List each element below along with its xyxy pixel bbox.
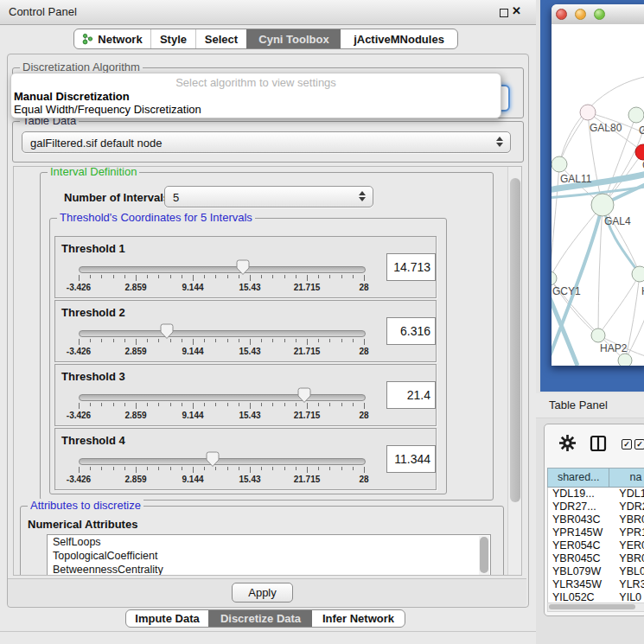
table-row[interactable]: YPR145WYPR1 (548, 526, 644, 539)
table-cell[interactable]: YIL052C (548, 591, 610, 603)
algorithm-popup-hint: Select algorithm to view settings (11, 76, 501, 89)
toolbox-tab-bar: NetworkStyleSelectCyni ToolboxjActiveMNo… (73, 29, 458, 49)
table-cell[interactable]: YER054C (548, 539, 610, 552)
split-table-icon[interactable] (590, 435, 607, 452)
table-cell[interactable]: YLR3 (610, 578, 644, 591)
tick-label: 28 (359, 411, 368, 420)
zoom-traffic-light-icon[interactable] (594, 9, 605, 20)
tick-label: 9.144 (182, 411, 203, 420)
attributes-group: Attributes to discretize Numerical Attri… (20, 506, 504, 576)
network-node[interactable] (552, 156, 567, 172)
panel-bottom-edge (0, 631, 536, 632)
node-table: shared... na YDL19...YDL1YDR27...YDR2YBR… (547, 468, 644, 603)
tick-label: 9.144 (182, 283, 203, 292)
attribute-item[interactable]: BetweennessCentrality (48, 563, 490, 576)
network-node[interactable] (552, 271, 557, 285)
network-node[interactable] (618, 354, 632, 366)
tab-network[interactable]: Network (74, 29, 150, 48)
tab-cyni-toolbox[interactable]: Cyni Toolbox (246, 29, 341, 48)
threshold-value-field[interactable]: 6.316 (386, 317, 436, 345)
tab-style[interactable]: Style (150, 29, 195, 48)
column-header-shared-name[interactable]: shared... (548, 469, 609, 487)
table-data-combobox[interactable]: galFiltered.sif default node (22, 131, 511, 153)
table-data-selected-value: galFiltered.sif default node (30, 137, 162, 150)
threshold-panel: Threshold 1 -3.4262.8599.14415.4321.7152… (54, 236, 437, 298)
close-icon[interactable]: ✕ (512, 4, 521, 17)
gear-icon[interactable] (559, 435, 576, 451)
numerical-attributes-list[interactable]: SelfLoopsTopologicalCoefficientBetweenne… (47, 534, 491, 576)
table-cell[interactable]: YDL19... (548, 488, 610, 501)
network-node-label: GAL4 (604, 215, 631, 227)
network-node[interactable] (628, 107, 644, 123)
tick-label: -3.426 (67, 347, 91, 356)
table-cell[interactable]: YIL0 (610, 591, 644, 603)
minimize-traffic-light-icon[interactable] (575, 9, 586, 20)
table-row[interactable]: YBR045CYBR0 (548, 552, 644, 565)
table-row[interactable]: YER054CYER0 (548, 539, 644, 552)
checkbox-icon[interactable]: ✓ (634, 439, 644, 450)
table-cell[interactable]: YLR345W (548, 578, 610, 591)
tick-label: 9.144 (182, 347, 203, 356)
tick-label: 2.859 (124, 475, 146, 484)
network-node-label: GAL80 (590, 122, 622, 134)
settings-vertical-scrollbar[interactable] (507, 167, 522, 575)
table-cell[interactable]: YBR043C (548, 513, 610, 526)
checkbox-icon[interactable]: ✓ (622, 439, 632, 450)
tab-jactivemnodules[interactable]: jActiveMNodules (341, 29, 457, 48)
threshold-panel: Threshold 4 -3.4262.8599.14415.4321.7152… (54, 428, 437, 490)
attributes-list-scrollbar[interactable] (479, 536, 489, 576)
table-cell[interactable]: YDL1 (610, 488, 644, 501)
tab-infer-network[interactable]: Infer Network (312, 610, 405, 627)
table-cell[interactable]: YBR0 (610, 513, 644, 526)
network-node[interactable] (632, 266, 644, 282)
close-traffic-light-icon[interactable] (556, 9, 567, 20)
network-node[interactable] (580, 105, 596, 120)
table-row[interactable]: YBR043CYBR0 (548, 513, 644, 526)
table-header-row: shared... na (547, 468, 644, 488)
tick-label: 28 (359, 283, 368, 292)
tick-label: -3.426 (67, 475, 91, 484)
table-cell[interactable]: YBL079W (548, 565, 610, 578)
threshold-value-field[interactable]: 21.4 (386, 381, 436, 409)
network-canvas[interactable]: GAL80GACGAL11GAL4HGCY1HAP2 (552, 24, 644, 366)
tick-label: 2.859 (124, 283, 146, 292)
tab-impute-data[interactable]: Impute Data (126, 610, 208, 627)
tab-select[interactable]: Select (195, 29, 246, 48)
table-cell[interactable]: YBL0 (610, 565, 644, 578)
network-node[interactable] (591, 328, 605, 342)
float-window-icon[interactable] (500, 9, 508, 17)
tick-label: 2.859 (124, 347, 146, 356)
combo-spinner-icon (496, 137, 503, 147)
table-cell[interactable]: YPR145W (548, 526, 610, 539)
table-row[interactable]: YLR345WYLR3 (548, 578, 644, 591)
table-horizontal-scrollbar[interactable] (547, 603, 644, 612)
algorithm-option-equal-width-frequency[interactable]: Equal Width/Frequency Discretization (14, 103, 201, 116)
tick-label: 21.715 (294, 411, 321, 420)
tick-label: 15.43 (239, 347, 260, 356)
table-cell[interactable]: YBR0 (610, 552, 644, 565)
table-cell[interactable]: YER0 (610, 539, 644, 552)
threshold-panel: Threshold 2 -3.4262.8599.14415.4321.7152… (54, 300, 437, 362)
network-node-label: GCY1 (552, 285, 581, 297)
threshold-value-field[interactable]: 14.713 (386, 253, 436, 281)
apply-button[interactable]: Apply (232, 583, 293, 603)
table-cell[interactable]: YPR1 (610, 526, 644, 539)
attribute-item[interactable]: TopologicalCoefficient (48, 549, 490, 563)
table-row[interactable]: YBL079WYBL0 (548, 565, 644, 578)
attribute-item[interactable]: SelfLoops (48, 535, 490, 549)
table-cell[interactable]: YDR2 (610, 501, 644, 513)
table-row[interactable]: YDR27...YDR2 (548, 501, 644, 513)
threshold-value-field[interactable]: 11.344 (386, 445, 436, 473)
numerical-attributes-label: Numerical Attributes (28, 518, 137, 531)
node-table-panel: ✓ ✓ shared... na YDL19...YDL1YDR27...YDR… (544, 424, 644, 616)
table-cell[interactable]: YDR27... (548, 501, 610, 513)
table-row[interactable]: YIL052CYIL0 (548, 591, 644, 603)
number-of-intervals-combobox[interactable]: 5 (164, 186, 373, 207)
column-header-name[interactable]: na (609, 469, 644, 487)
network-node[interactable] (591, 194, 614, 216)
algorithm-option-manual-discretization[interactable]: Manual Discretization (14, 90, 130, 103)
tab-discretize-data[interactable]: Discretize Data (208, 610, 312, 627)
table-cell[interactable]: YBR045C (548, 552, 610, 565)
control-panel-titlebar: Control Panel ✕ (0, 0, 536, 25)
table-row[interactable]: YDL19...YDL1 (548, 488, 644, 501)
